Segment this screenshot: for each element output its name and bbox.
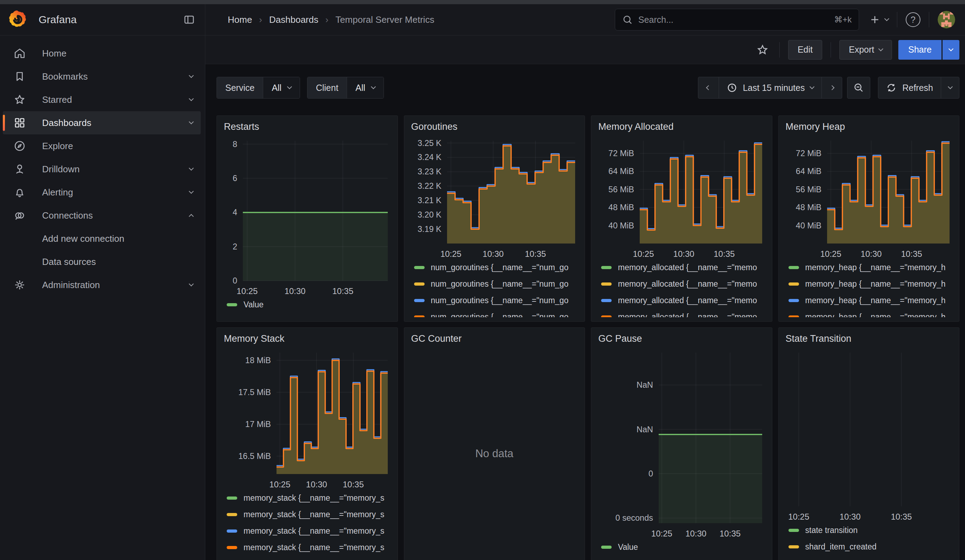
help-button[interactable]: ? <box>906 12 921 27</box>
share-button-group: Share <box>898 40 959 60</box>
share-button[interactable]: Share <box>898 40 942 60</box>
sidebar-item-home[interactable]: Home <box>3 42 201 65</box>
breadcrumb-current: Temporal Server Metrics <box>335 15 434 25</box>
legend-item[interactable]: num_goroutines {__name__="num_go <box>411 278 579 289</box>
legend-item[interactable]: num_goroutines {__name__="num_go <box>411 311 579 317</box>
breadcrumb-dashboards[interactable]: Dashboards <box>269 15 318 25</box>
legend-item[interactable]: memory_heap {__name__="memory_h <box>785 262 953 273</box>
chevron-down-icon <box>810 84 815 89</box>
sidebar-item-bookmarks[interactable]: Bookmarks <box>3 65 201 88</box>
sidebar-item-drilldown[interactable]: Drilldown <box>3 158 201 181</box>
panel-title[interactable]: GC Counter <box>411 333 579 344</box>
refresh-interval-dropdown[interactable] <box>941 77 959 98</box>
legend-item[interactable]: num_goroutines {__name__="num_go <box>411 295 579 306</box>
panel-chart[interactable]: 40 MiB48 MiB56 MiB64 MiB72 MiB10:2510:30… <box>598 136 766 260</box>
panel-title[interactable]: Memory Stack <box>224 333 391 344</box>
share-dropdown-button[interactable] <box>942 40 959 60</box>
y-axis-tick: 3.21 K <box>417 196 442 205</box>
legend-item[interactable]: memory_heap {__name__="memory_h <box>785 295 953 306</box>
chart-canvas[interactable]: 0246810:2510:3010:35 <box>223 136 391 297</box>
panel-title[interactable]: GC Pause <box>598 333 766 344</box>
time-shift-back-button[interactable] <box>698 77 719 98</box>
legend-item[interactable]: memory_allocated {__name__="memo <box>598 311 766 317</box>
star-icon <box>756 44 769 56</box>
x-axis-tick: 10:25 <box>269 480 290 489</box>
time-shift-forward-button[interactable] <box>821 77 842 98</box>
grafana-logo-icon[interactable] <box>8 10 27 29</box>
sidebar-item-connections[interactable]: Connections <box>3 204 201 227</box>
panel-goroutines: Goroutines 3.19 K3.20 K3.21 K3.22 K3.23 … <box>404 116 585 322</box>
legend-item[interactable]: shard_item_created <box>785 541 953 552</box>
filter-service-value[interactable]: All <box>263 77 300 98</box>
legend-item[interactable]: Value <box>598 541 766 553</box>
search-box[interactable]: ⌘+k <box>615 9 859 31</box>
legend-item[interactable]: memory_allocated {__name__="memo <box>598 295 766 306</box>
panel-title[interactable]: Memory Heap <box>786 121 953 132</box>
panel-chart[interactable]: 3.19 K3.20 K3.21 K3.22 K3.23 K3.24 K3.25… <box>411 136 579 260</box>
avatar[interactable] <box>938 11 955 28</box>
legend-item[interactable]: memory_allocated {__name__="memo <box>598 278 766 289</box>
x-axis-tick: 10:25 <box>440 249 461 259</box>
dock-sidebar-icon[interactable] <box>183 14 195 26</box>
legend-label: memory_stack {__name__="memory_s <box>244 526 384 536</box>
legend-item[interactable]: memory_allocated {__name__="memo <box>598 262 766 273</box>
sidebar-item-label: Bookmarks <box>42 71 190 82</box>
add-new-button[interactable] <box>869 14 888 26</box>
breadcrumb-home[interactable]: Home <box>228 15 252 25</box>
search-input[interactable] <box>638 15 834 25</box>
chart-canvas[interactable]: 40 MiB48 MiB56 MiB64 MiB72 MiB10:2510:30… <box>785 136 953 260</box>
sidebar-item-explore[interactable]: Explore <box>3 134 201 158</box>
legend-swatch <box>601 299 612 302</box>
chart-canvas[interactable]: 3.19 K3.20 K3.21 K3.22 K3.23 K3.24 K3.25… <box>411 136 579 260</box>
x-axis-tick: 10:25 <box>788 512 809 521</box>
panel-chart[interactable]: 16.5 MiB17 MiB17.5 MiB18 MiB10:2510:3010… <box>223 348 391 490</box>
sidebar-item-add-new-connection[interactable]: Add new connection <box>3 227 201 250</box>
sidebar-item-alerting[interactable]: Alerting <box>3 181 201 204</box>
chart-canvas[interactable]: 0 seconds0NaNNaN10:2510:3010:35 <box>598 348 766 539</box>
panel-title[interactable]: Goroutines <box>411 121 579 132</box>
legend-item[interactable]: memory_stack {__name__="memory_s <box>223 542 391 553</box>
panel-chart[interactable]: 10:2510:3010:35 <box>785 348 953 522</box>
plug-icon <box>13 209 26 222</box>
legend-item[interactable]: memory_stack {__name__="memory_s <box>223 525 391 537</box>
sidebar-item-starred[interactable]: Starred <box>3 88 201 111</box>
favorite-star-button[interactable] <box>756 44 769 56</box>
apps-icon <box>13 116 26 129</box>
dashboard-canvas: Service All Client All <box>205 64 965 560</box>
legend-item[interactable]: memory_heap {__name__="memory_h <box>785 311 953 317</box>
legend-swatch <box>788 266 799 269</box>
y-axis-tick: 56 MiB <box>608 185 634 194</box>
legend-item[interactable]: memory_heap {__name__="memory_h <box>785 278 953 289</box>
refresh-button[interactable]: Refresh <box>878 77 941 98</box>
panel-title[interactable]: Memory Allocated <box>598 121 766 132</box>
panel-chart[interactable]: 40 MiB48 MiB56 MiB64 MiB72 MiB10:2510:30… <box>785 136 953 260</box>
y-axis-tick: NaN <box>636 425 653 434</box>
legend-item[interactable]: Value <box>223 299 391 310</box>
export-button[interactable]: Export <box>839 40 892 60</box>
legend-label: num_goroutines {__name__="num_go <box>431 279 569 289</box>
legend-item[interactable]: memory_stack {__name__="memory_s <box>223 509 391 520</box>
panel-title[interactable]: Restarts <box>224 121 391 132</box>
sidebar-item-data-sources[interactable]: Data sources <box>3 250 201 273</box>
sidebar-item-administration[interactable]: Administration <box>3 273 201 297</box>
zoom-out-button[interactable] <box>847 77 870 99</box>
chevron-down-icon <box>949 46 954 51</box>
y-axis-tick: 3.19 K <box>417 225 442 233</box>
sidebar-item-dashboards[interactable]: Dashboards <box>3 111 201 134</box>
edit-button[interactable]: Edit <box>788 40 822 60</box>
time-range-picker[interactable]: Last 15 minutes <box>719 77 822 98</box>
y-axis-tick: 48 MiB <box>795 203 821 212</box>
legend-item[interactable]: state transition <box>785 524 953 536</box>
panel-chart[interactable]: 0 seconds0NaNNaN10:2510:3010:35 <box>598 348 766 539</box>
legend-item[interactable]: num_goroutines {__name__="num_go <box>411 262 579 273</box>
panel-chart[interactable]: 0246810:2510:3010:35 <box>223 136 391 297</box>
y-axis-tick: 18 MiB <box>245 356 271 365</box>
x-axis-tick: 10:30 <box>860 249 882 259</box>
panel-title[interactable]: State Transition <box>786 333 953 344</box>
filter-client-value[interactable]: All <box>347 77 384 98</box>
chart-canvas[interactable]: 40 MiB48 MiB56 MiB64 MiB72 MiB10:2510:30… <box>598 136 766 260</box>
chart-canvas[interactable]: 10:2510:3010:35 <box>785 348 953 522</box>
chart-canvas[interactable]: 16.5 MiB17 MiB17.5 MiB18 MiB10:2510:3010… <box>223 348 391 490</box>
y-axis-tick: 40 MiB <box>608 221 634 230</box>
legend-item[interactable]: memory_stack {__name__="memory_s <box>223 492 391 503</box>
